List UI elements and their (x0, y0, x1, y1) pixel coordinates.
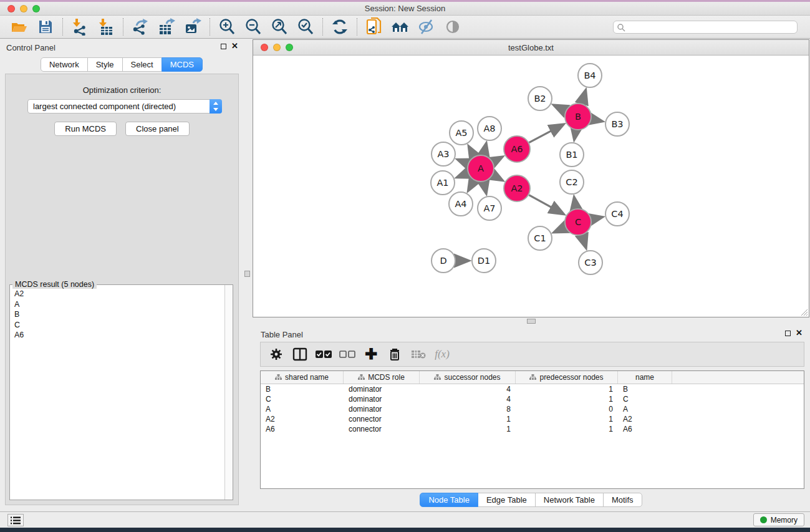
node-A3[interactable]: A3 (432, 142, 455, 166)
node-C3[interactable]: C3 (579, 251, 602, 274)
network-close-icon[interactable] (261, 44, 268, 51)
edge-A-A8[interactable] (484, 143, 486, 155)
delete-columns-icon[interactable] (384, 345, 405, 364)
table-row[interactable]: Cdominator41C (261, 394, 804, 404)
task-history-button[interactable] (7, 514, 24, 526)
table-row[interactable]: Adominator80A (261, 404, 804, 414)
node-B2[interactable]: B2 (528, 87, 552, 110)
tab-style[interactable]: Style (87, 57, 123, 72)
export-network-icon[interactable] (127, 17, 153, 37)
node-A2[interactable]: A2 (504, 175, 530, 201)
edge-B-B1[interactable] (574, 130, 576, 140)
import-network-icon[interactable] (67, 17, 93, 37)
zoom-selected-icon[interactable] (292, 17, 319, 37)
network-zoom-icon[interactable] (286, 44, 293, 51)
edge-C-C1[interactable] (554, 228, 566, 233)
edge-A2-C[interactable] (529, 195, 563, 214)
node-A6[interactable]: A6 (504, 136, 530, 162)
show-graphics-details-icon[interactable] (440, 17, 466, 37)
zoom-fit-icon[interactable] (266, 17, 292, 37)
edge-A-A6[interactable] (493, 157, 502, 162)
delete-table-icon[interactable] (408, 345, 429, 364)
zoom-window-icon[interactable] (32, 5, 40, 12)
import-table-icon[interactable] (93, 17, 119, 37)
node-D1[interactable]: D1 (472, 249, 496, 273)
memory-button[interactable]: Memory (753, 513, 804, 526)
split-columns-icon[interactable] (289, 345, 311, 364)
edge-A6-B[interactable] (529, 125, 563, 143)
node-A7[interactable]: A7 (478, 196, 501, 220)
tab-network[interactable]: Network (41, 57, 88, 72)
horizontal-split-grip[interactable] (527, 319, 536, 324)
edge-A-A5[interactable] (469, 147, 475, 157)
network-graph[interactable]: B4B2BB3B1C2A5A8A6A3AA1A2A4A7CC4C1C3DD1 (253, 56, 809, 317)
show-selected-checked-icon[interactable] (313, 345, 334, 364)
save-session-icon[interactable] (32, 17, 59, 37)
table-row[interactable]: A6connector11A6 (261, 424, 804, 434)
mcds-result-item[interactable]: A (11, 299, 224, 310)
node-B[interactable]: B (565, 104, 591, 130)
column-header-successor-nodes[interactable]: successor nodes (420, 371, 516, 384)
export-image-icon[interactable] (180, 17, 206, 37)
node-A8[interactable]: A8 (478, 117, 501, 140)
window-resize-grip[interactable] (800, 308, 808, 316)
table-row[interactable]: A2connector11A2 (261, 414, 804, 424)
vertical-split-divider[interactable] (243, 39, 252, 511)
edge-A-A2[interactable] (493, 175, 502, 180)
tab-edge-table[interactable]: Edge Table (478, 493, 536, 507)
optimization-criterion-select[interactable]: largest connected component (directed) (27, 99, 222, 114)
float-panel-icon[interactable] (221, 44, 226, 49)
export-table-icon[interactable] (153, 17, 180, 37)
node-B1[interactable]: B1 (560, 143, 584, 167)
column-header-shared-name[interactable]: shared name (261, 371, 344, 384)
edge-B-B2[interactable] (554, 105, 566, 111)
node-A[interactable]: A (468, 155, 494, 181)
vertical-split-grip[interactable] (244, 271, 250, 277)
network-canvas[interactable]: B4B2BB3B1C2A5A8A6A3AA1A2A4A7CC4C1C3DD1 (253, 56, 809, 317)
edge-C-C2[interactable] (574, 198, 576, 209)
apply-function-icon[interactable]: f(x) (432, 345, 453, 364)
edge-A-A7[interactable] (484, 181, 486, 193)
zoom-out-icon[interactable] (240, 17, 266, 37)
hide-network-icon[interactable] (413, 17, 440, 37)
show-all-networks-icon[interactable] (387, 17, 413, 37)
node-C[interactable]: C (565, 209, 591, 235)
show-unselected-icon[interactable] (337, 345, 358, 364)
node-B4[interactable]: B4 (578, 64, 602, 87)
node-C4[interactable]: C4 (605, 202, 629, 226)
edge-A-A4[interactable] (468, 180, 474, 190)
tab-mcds[interactable]: MCDS (162, 57, 203, 72)
node-D[interactable]: D (432, 249, 455, 273)
node-A4[interactable]: A4 (449, 192, 473, 216)
column-header-MCDS-role[interactable]: MCDS role (344, 371, 420, 384)
zoom-in-icon[interactable] (214, 17, 240, 37)
edge-C-C4[interactable] (592, 217, 602, 220)
apply-layout-icon[interactable] (327, 17, 353, 37)
create-column-icon[interactable]: ✚ (360, 345, 382, 364)
mcds-result-scrollbar[interactable] (224, 285, 233, 500)
column-header-name[interactable]: name (618, 371, 672, 384)
node-B3[interactable]: B3 (605, 112, 629, 136)
tab-select[interactable]: Select (122, 57, 162, 72)
copy-network-icon[interactable] (361, 17, 387, 37)
tab-node-table[interactable]: Node Table (420, 493, 478, 507)
close-panel-button[interactable]: Close panel (125, 122, 190, 136)
table-settings-icon[interactable] (266, 345, 287, 364)
node-C1[interactable]: C1 (528, 226, 552, 250)
edge-A-A3[interactable] (458, 160, 468, 163)
mcds-result-item[interactable]: A2 (11, 289, 224, 299)
tab-motifs[interactable]: Motifs (603, 493, 642, 507)
node-A5[interactable]: A5 (450, 121, 473, 145)
column-header-predecessor-nodes[interactable]: predecessor nodes (516, 371, 618, 384)
search-input[interactable] (613, 21, 798, 34)
close-panel-icon[interactable]: ✕ (231, 43, 238, 49)
mcds-result-item[interactable]: A6 (11, 330, 224, 341)
float-table-panel-icon[interactable] (785, 331, 791, 336)
run-mcds-button[interactable]: Run MCDS (54, 122, 117, 136)
network-minimize-icon[interactable] (273, 44, 281, 51)
mcds-result-item[interactable]: C (11, 320, 224, 331)
table-row[interactable]: Bdominator41B (261, 384, 804, 394)
minimize-window-icon[interactable] (20, 5, 27, 12)
node-A1[interactable]: A1 (431, 171, 455, 195)
tab-network-table[interactable]: Network Table (535, 493, 604, 507)
